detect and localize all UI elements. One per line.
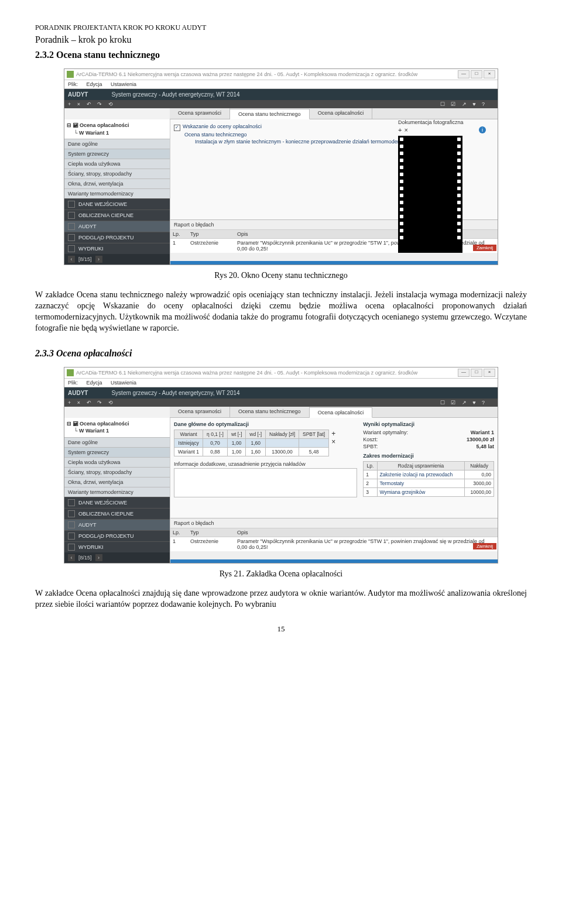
- nav-audyt[interactable]: AUDYT: [64, 221, 170, 232]
- grp-cwu[interactable]: Ciepła woda użytkowa: [64, 159, 170, 169]
- tab-ocena-sprawnosci-2[interactable]: Ocena sprawności: [170, 407, 230, 417]
- sidebar-2: ⊟ 🗟 Ocena opłacalności └ W Wariant 1 Dan…: [64, 418, 170, 563]
- desc-text: Instalacja w złym stanie technicznym - k…: [174, 139, 426, 145]
- window-buttons: — □ ×: [458, 70, 495, 78]
- menu-edycja[interactable]: Edycja: [87, 81, 102, 87]
- app-title: ArCADia-TERMO 6.1 Niekomercyjna wersja c…: [76, 71, 458, 77]
- page-prev-button-2[interactable]: ‹: [68, 554, 75, 561]
- table-row[interactable]: Istniejący0,701,001,60: [174, 438, 329, 447]
- menu-edycja-2[interactable]: Edycja: [87, 380, 102, 386]
- grp-dane-ogolne-2[interactable]: Dane ogólne: [64, 437, 170, 447]
- titlebar-2: ArCADia-TERMO 6.1 Niekomercyjna wersja c…: [64, 367, 498, 379]
- nav-podglad-2[interactable]: PODGLĄD PROJEKTU: [64, 530, 170, 541]
- grp-cwu-2[interactable]: Ciepła woda użytkowa: [64, 457, 170, 467]
- page-prev-button[interactable]: ‹: [68, 256, 75, 263]
- app-logo-icon-2: [67, 369, 74, 376]
- nav-dane-wejsciowe[interactable]: DANE WEJŚCIOWE: [64, 198, 170, 209]
- close-error-button[interactable]: Zamknij: [473, 245, 496, 251]
- tab-ocena-sprawnosci[interactable]: Ocena sprawności: [170, 108, 230, 119]
- tree-root[interactable]: ⊟ 🗟 Ocena opłacalności: [67, 122, 167, 129]
- max-button-2[interactable]: □: [471, 369, 482, 377]
- paragraph-1: W zakładce Ocena stanu technicznego nale…: [35, 290, 527, 334]
- tree-child-2[interactable]: └ W Wariant 1: [67, 427, 167, 435]
- page-next-button-2[interactable]: ›: [95, 554, 102, 561]
- toolbar-left-icons[interactable]: + × ↶ ↷ ⟲: [68, 101, 115, 107]
- close-window-button-2[interactable]: ×: [484, 369, 495, 377]
- grp-warianty[interactable]: Warianty termomodernizacy: [64, 188, 170, 198]
- app-title-2: ArCADia-TERMO 6.1 Niekomercyjna wersja c…: [76, 370, 458, 376]
- error-panel-2: Raport o błędach Lp.TypOpis 1Ostrzeżenie…: [170, 518, 498, 563]
- tab-ocena-oplacalnosci-2[interactable]: Ocena opłacalności: [310, 407, 373, 418]
- info-icon[interactable]: i: [479, 126, 486, 133]
- menu-plik-2[interactable]: Plik:: [68, 380, 78, 386]
- tree-root-2[interactable]: ⊟ 🗟 Ocena opłacalności: [67, 420, 167, 428]
- nav-obliczenia[interactable]: OBLICZENIA CIEPLNE: [64, 209, 170, 221]
- side-groups: Dane ogólne System grzewczy Ciepła woda …: [64, 139, 170, 198]
- ribbon-title: System grzewczy - Audyt energetyczny, WT…: [111, 91, 494, 98]
- table-row[interactable]: Wariant 10,881,001,6013000,005,48: [174, 447, 329, 456]
- doc-subtitle: Poradnik – krok po kroku: [35, 35, 527, 45]
- caption-1: Rys 20. Okno Oceny stanu technicznego: [35, 271, 527, 280]
- zakres-table: Lp.Rodzaj usprawnieniaNakłady 1Założenie…: [363, 461, 494, 497]
- sidebar: ⊟ 🗟 Ocena opłacalności └ W Wariant 1 Dan…: [64, 119, 170, 265]
- table-row[interactable]: 3Wymiana grzejników10000,00: [364, 487, 494, 496]
- nav-audyt-2[interactable]: AUDYT: [64, 519, 170, 530]
- caption-2: Rys 21. Zakładka Ocena opłacalności: [35, 569, 527, 579]
- remove-variant-button[interactable]: ×: [331, 438, 335, 446]
- info-textarea[interactable]: [174, 468, 357, 497]
- nav-wydruki[interactable]: WYDRUKI: [64, 243, 170, 254]
- grp-okna-2[interactable]: Okna, drzwi, wentylacja: [64, 477, 170, 487]
- variants-table: Wariantη 0,1 [-]wt [-]wd [-]Nakłady [zł]…: [174, 430, 329, 456]
- toolbar-right-icons[interactable]: ☐ ☑ ↗ ♥ ?: [440, 101, 487, 107]
- filmstrip: [398, 136, 462, 253]
- paragraph-2: W zakładce Ocena opłacalności znajdują s…: [35, 588, 527, 610]
- min-button-2[interactable]: —: [458, 369, 470, 377]
- grp-system-grzewczy-2[interactable]: System grzewczy: [64, 447, 170, 457]
- label-ocena-stanu: Ocena stanu technicznego: [174, 132, 247, 138]
- close-window-button[interactable]: ×: [484, 70, 495, 78]
- bottom-bar: [170, 261, 498, 265]
- info-label: Informacje dodatkowe, uzasadnienie przyj…: [174, 461, 357, 467]
- toolbar-left-icons-2[interactable]: + × ↶ ↷ ⟲: [68, 400, 115, 406]
- grp-okna[interactable]: Okna, drzwi, wentylacja: [64, 178, 170, 188]
- menu-ustawienia[interactable]: Ustawienia: [111, 81, 136, 87]
- grp-sciany-2[interactable]: Ściany, stropy, stropodachy: [64, 467, 170, 477]
- nav-podglad[interactable]: PODGLĄD PROJEKTU: [64, 232, 170, 243]
- nav-obliczenia-2[interactable]: OBLICZENIA CIEPLNE: [64, 508, 170, 519]
- page-next-button[interactable]: ›: [95, 256, 102, 263]
- menu-plik[interactable]: Plik:: [68, 81, 78, 87]
- tab-ocena-oplacalnosci[interactable]: Ocena opłacalności: [310, 108, 373, 119]
- grp-sciany[interactable]: Ściany, stropy, stropodachy: [64, 169, 170, 178]
- screenshot-1: ArCADia-TERMO 6.1 Niekomercyjna wersja c…: [64, 68, 498, 265]
- min-button[interactable]: —: [458, 70, 470, 78]
- menu-ustawienia-2[interactable]: Ustawienia: [111, 380, 136, 386]
- ribbon-label: AUDYT: [68, 91, 88, 98]
- foto-heading: Dokumentacja fotograficzna: [398, 119, 486, 125]
- close-error-button-2[interactable]: Zamknij: [473, 543, 496, 549]
- tab-ocena-stanu[interactable]: Ocena stanu technicznego: [230, 109, 310, 119]
- tree-child[interactable]: └ W Wariant 1: [67, 129, 167, 137]
- toolbar-right-icons-2[interactable]: ☐ ☑ ↗ ♥ ?: [440, 400, 487, 406]
- side-paging: ‹ [8/15] ›: [64, 254, 170, 265]
- tab-ocena-stanu-2[interactable]: Ocena stanu technicznego: [230, 407, 310, 417]
- add-variant-button[interactable]: +: [331, 430, 335, 438]
- content-area: ✓Wskazanie do oceny opłacalności Ocena s…: [170, 119, 498, 265]
- table-row[interactable]: 2Termostaty3000,00: [364, 479, 494, 487]
- max-button[interactable]: □: [471, 70, 482, 78]
- zakres-heading: Zakres modernizacji: [363, 453, 494, 459]
- foto-remove-button[interactable]: ×: [404, 126, 407, 133]
- page-number: 15: [35, 624, 527, 634]
- foto-add-button[interactable]: +: [398, 126, 402, 133]
- table-row[interactable]: 1Założenie izolacji na przewodach0,00: [364, 470, 494, 479]
- nav-dane-wejsciowe-2[interactable]: DANE WEJŚCIOWE: [64, 497, 170, 508]
- section-heading-1: 2.3.2 Ocena stanu technicznego: [35, 50, 527, 60]
- nav-wydruki-2[interactable]: WYDRUKI: [64, 541, 170, 552]
- page-indicator: [8/15]: [78, 256, 92, 262]
- grp-system-grzewczy[interactable]: System grzewczy: [64, 149, 170, 159]
- ribbon: AUDYT System grzewczy - Audyt energetycz…: [64, 89, 498, 100]
- grp-dane-ogolne[interactable]: Dane ogólne: [64, 139, 170, 149]
- toolbar-2: + × ↶ ↷ ⟲ ☐ ☑ ↗ ♥ ?: [64, 399, 498, 407]
- grp-warianty-2[interactable]: Warianty termomodernizacy: [64, 487, 170, 497]
- ribbon-2: AUDYT System grzewczy - Audyt energetycz…: [64, 387, 498, 399]
- tabbar-2: Ocena sprawności Ocena stanu techniczneg…: [170, 407, 498, 418]
